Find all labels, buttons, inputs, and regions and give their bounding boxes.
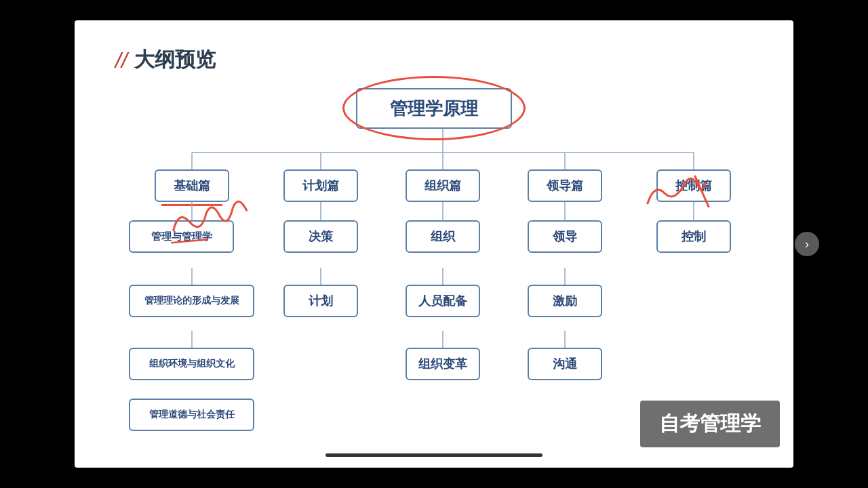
level1-zuzhipian: 组织篇 [406, 169, 480, 202]
level1-lingdaopian: 领导篇 [528, 169, 602, 202]
page-title: 大纲预览 [134, 46, 216, 74]
node-zuzhipian: 组织篇 [406, 169, 480, 202]
root-node: 管理学原理 [356, 88, 512, 129]
level1-jihuapian: 计划篇 [283, 169, 358, 202]
node-guanli: 管理与管理学 [129, 220, 234, 253]
header: // 大纲预览 [115, 46, 216, 74]
org-chart: 管理学原理 基础篇 计划篇 组织篇 领导篇 控制篇 管理与管理学 管理理论的形成… [129, 88, 739, 413]
node-renyuan: 人员配备 [406, 285, 480, 317]
slide: // 大纲预览 [75, 20, 793, 468]
scroll-indicator: › [795, 232, 819, 256]
level1-kongzhipian: 控制篇 [656, 169, 731, 202]
node-lingdao: 领导 [528, 220, 602, 253]
node-lingdaopian: 领导篇 [528, 169, 602, 202]
node-zuzhi: 组织 [406, 220, 480, 253]
slash-icon: // [115, 49, 127, 71]
node-jihua: 计划 [283, 285, 358, 317]
node-goutong: 沟通 [528, 348, 602, 380]
node-jihuapian: 计划篇 [283, 169, 358, 202]
level1-jichupian: 基础篇 [155, 169, 229, 202]
node-zuzhibiange: 组织变革 [406, 348, 480, 380]
progress-bar [326, 453, 542, 457]
node-zuzhihuanjing: 组织环境与组织文化 [129, 348, 254, 380]
node-guanlililun: 管理理论的形成与发展 [129, 285, 254, 317]
node-kongzhi: 控制 [656, 220, 731, 253]
bottom-badge: 自考管理学 [640, 401, 780, 447]
node-kongzhipian: 控制篇 [656, 169, 731, 202]
node-daode: 管理道德与社会责任 [129, 399, 254, 431]
node-jili: 激励 [528, 285, 602, 317]
node-jichupian: 基础篇 [155, 169, 229, 202]
node-juece: 决策 [283, 220, 358, 253]
